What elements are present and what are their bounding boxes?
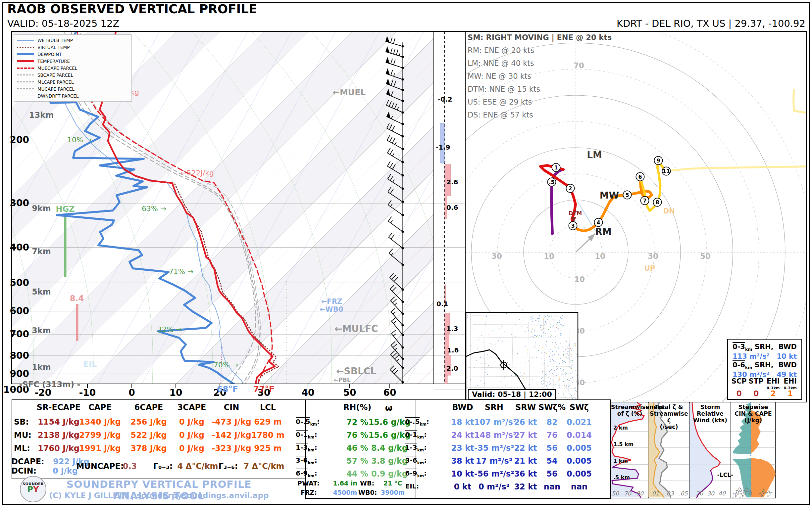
svg-text:←522J/kg: ←522J/kg xyxy=(181,169,214,177)
legend-item-4: MUECAPE PARCEL xyxy=(17,64,129,71)
srh-0-6-label: 0-6km SRH, xyxy=(732,361,774,370)
cape-value: 256 J/kg xyxy=(124,417,173,427)
sm-line-3: MW: NE @ 30 kts xyxy=(468,72,633,85)
svg-text:1.6: 1.6 xyxy=(447,346,459,354)
shear-header-0: BWD xyxy=(444,403,481,412)
shear-row-label: 3-6km: xyxy=(405,456,437,465)
svg-text:11: 11 xyxy=(663,168,670,174)
frz-label: FRZ: xyxy=(301,489,320,496)
srh-bwd-summary-box: 0-3km SRH, BWD 113 m²/s² 10 kt 0-6km SRH… xyxy=(727,339,802,400)
svg-text:.5 km: .5 km xyxy=(613,474,630,481)
legend-swatch xyxy=(17,96,34,96)
legend-item-7: MUCAPE PARCEL xyxy=(17,86,129,92)
svg-text:20: 20 xyxy=(696,490,704,497)
svg-text:10% →: 10% → xyxy=(67,136,92,144)
svg-text:70% →: 70% → xyxy=(214,361,238,369)
inset-map xyxy=(465,313,578,402)
svg-text:400: 400 xyxy=(10,242,29,253)
svg-text:-0.2: -0.2 xyxy=(438,95,452,103)
legend-label: MUECAPE PARCEL xyxy=(38,65,77,71)
wb0-label: WB0: xyxy=(358,489,378,496)
cape-header-6CAPE: 6CAPE xyxy=(124,403,173,412)
svg-text:1: 1 xyxy=(554,165,558,171)
svg-text:DN: DN xyxy=(663,207,674,215)
index-value-3: 1 xyxy=(782,391,799,396)
svg-text:5km: 5km xyxy=(32,287,51,296)
rh-row-label: 6-9km: xyxy=(296,469,325,478)
svg-text:10: 10 xyxy=(169,387,183,398)
svg-text:.05: .05 xyxy=(678,490,688,497)
svg-text:30: 30 xyxy=(492,252,502,261)
svg-text:500: 500 xyxy=(10,277,29,288)
svg-text:1 km: 1 km xyxy=(613,458,628,464)
svg-text:1km: 1km xyxy=(32,363,51,372)
svg-text:68°F: 68°F xyxy=(217,384,238,394)
cape-value: 1340 J/kg xyxy=(75,417,125,427)
svg-text:13km: 13km xyxy=(29,111,54,120)
shear-row-label: 6-9km: xyxy=(405,469,437,478)
svg-text:50: 50 xyxy=(343,387,356,398)
legend-swatch xyxy=(17,89,34,89)
svg-text:LM: LM xyxy=(587,150,602,161)
svg-text:RM: RM xyxy=(595,226,611,237)
svg-text:UP: UP xyxy=(645,265,655,272)
composite-index-values: 0021 xyxy=(728,391,801,396)
bwd-0-3-label: BWD xyxy=(778,343,797,352)
svg-text:1.3: 1.3 xyxy=(446,325,458,333)
bwd-0-3-value: 10 kt xyxy=(776,352,797,360)
svg-text:-LCL-: -LCL- xyxy=(717,471,733,478)
pwat-label: PWAT: xyxy=(297,480,324,487)
svg-text:-10: -10 xyxy=(79,387,96,398)
svg-text:0.1: 0.1 xyxy=(437,300,448,308)
sm-line-0: SM: RIGHT MOVING | ENE @ 20 kts xyxy=(468,33,633,46)
mini-panel-title-2: Storm Relative Wind (kts) xyxy=(690,404,731,424)
shear-value: 0.005 xyxy=(559,469,599,478)
svg-text:40: 40 xyxy=(302,387,315,398)
moisture-table: RH(%)ω0-.5km:72 %15.6 g/kg0-1km:76 %15.6… xyxy=(305,399,417,499)
svg-text:2.6: 2.6 xyxy=(446,178,458,186)
legend-label: SBCAPE PARCEL xyxy=(38,72,73,78)
svg-text:40: 40 xyxy=(718,490,726,497)
legend-item-8: DWNDRFT PARCEL xyxy=(17,92,129,99)
svg-text:71% →: 71% → xyxy=(169,267,193,276)
legend-item-0: WETBULB TEMP xyxy=(17,37,129,44)
legend-label: MUCAPE PARCEL xyxy=(38,87,74,92)
cape-value: 1991 J/kg xyxy=(75,444,125,453)
omega-header: ω xyxy=(379,403,399,413)
shear-header-4: SWζ xyxy=(561,403,597,412)
legend-label: DWNDRFT PARCEL xyxy=(38,93,79,99)
svg-text:10: 10 xyxy=(544,252,554,261)
legend-label: DEWPOINT xyxy=(38,52,62,57)
svg-text:50: 50 xyxy=(700,252,711,261)
svg-text:8: 8 xyxy=(655,199,659,206)
muncape-label: MUNCAPE: xyxy=(75,462,125,471)
legend-swatch xyxy=(17,47,34,48)
legend-item-1: VIRTUAL TEMP xyxy=(17,44,129,51)
cape-header-CAPE: CAPE xyxy=(75,403,125,412)
cape-value: 522 J/kg xyxy=(124,431,173,440)
legend-label: MLCAPE PARCEL xyxy=(38,79,74,85)
svg-text:MW: MW xyxy=(600,190,619,201)
page-title: RAOB OBSERVED VERTICAL PROFILE xyxy=(7,2,257,16)
storm-motion-block: SM: RIGHT MOVING | ENE @ 20 ktsRM: ENE @… xyxy=(468,33,633,123)
skewt-legend: WETBULB TEMPVIRTUAL TEMPDEWPOINTTEMPERAT… xyxy=(14,35,132,102)
svg-text:70: 70 xyxy=(624,490,632,497)
shear-value: 0.014 xyxy=(559,431,599,440)
svg-text:.5: .5 xyxy=(549,179,554,185)
sm-line-4: DTM: NNE @ 15 kts xyxy=(468,85,633,98)
cape-table: SR-ECAPECAPE6CAPE3CAPECINLCLSB:1154 J/kg… xyxy=(12,399,307,479)
svg-text:9km: 9km xyxy=(32,204,51,213)
svg-text:2: 2 xyxy=(568,185,572,191)
svg-text:8.4: 8.4 xyxy=(70,294,84,303)
svg-text:3: 3 xyxy=(571,223,574,229)
sm-line-1: RM: ENE @ 20 kts xyxy=(468,46,633,59)
cape-header-LCL: LCL xyxy=(243,403,293,412)
svg-text:EIL: EIL xyxy=(84,359,97,369)
index-value-1: 0 xyxy=(748,391,765,396)
raob-profile-figure: 200300400500600700800900100013km9km7km5k… xyxy=(0,0,812,507)
legend-swatch xyxy=(17,81,34,82)
svg-text:DTM: DTM xyxy=(569,210,582,216)
wb-label: WB: xyxy=(360,480,376,487)
svg-text:32% →: 32% → xyxy=(157,325,182,334)
svg-text:30: 30 xyxy=(648,252,658,261)
